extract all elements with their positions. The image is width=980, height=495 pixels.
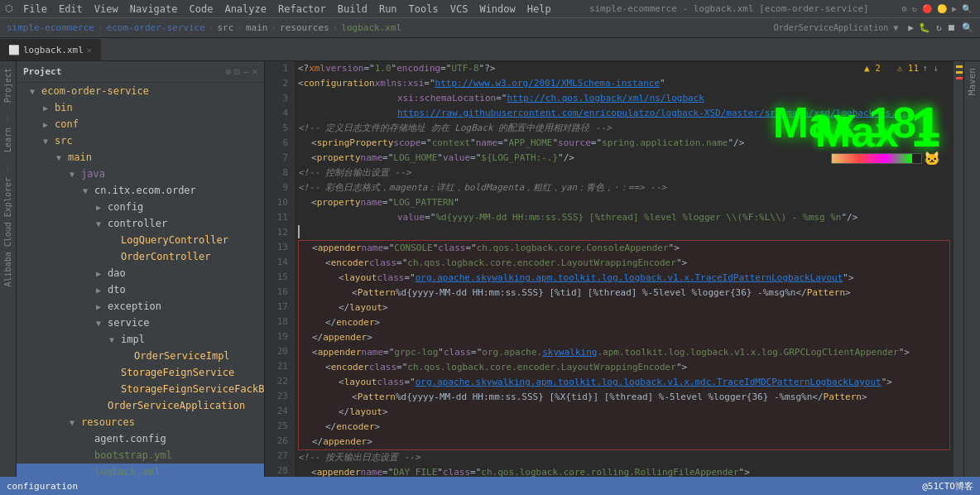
code-line-1: <?xml version="1.0" encoding="UTF-8"?> — [298, 61, 950, 76]
line-num-20: 20 — [268, 344, 288, 359]
code-line-16: <Pattern %d{yyyy-MM-dd HH:mm:ss.SSS} [%t… — [299, 286, 949, 300]
line-num-27: 27 — [268, 449, 288, 464]
tree-item-bin[interactable]: ▶ bin — [17, 99, 264, 116]
tree-item-bootstrap-yml[interactable]: bootstrap.yml — [17, 447, 264, 464]
breadcrumb-sep-1: › — [98, 22, 103, 33]
code-line-14: <encoder class="ch.qos.logback.core.enco… — [299, 256, 949, 271]
line-num-15: 15 — [268, 270, 288, 285]
code-line-26: </appender> — [299, 435, 949, 449]
menu-bar: ⬡ File Edit View Navigate Code Analyze R… — [0, 0, 980, 18]
menu-file[interactable]: File — [18, 2, 52, 17]
line-num-2: 2 — [268, 76, 288, 91]
tree-item-service[interactable]: ▼ service — [17, 315, 264, 331]
code-line-20: <appender name="grpc-log" class="org.apa… — [299, 345, 949, 360]
line-num-6: 6 — [268, 136, 288, 151]
line-num-28: 28 — [268, 464, 288, 477]
code-line-3: xsi:schemaLocation="http://ch.qos.logbac… — [298, 91, 950, 106]
tree-item-main[interactable]: ▼ main — [17, 149, 264, 166]
line-numbers: 1 2 3 4 5 6 7 8 9 10 11 12 13 14 15 16 1… — [265, 61, 295, 477]
code-line-11: value="%d{yyyy-MM-dd HH:mm:ss.SSS} [%thr… — [298, 210, 950, 225]
code-line-25: </encoder> — [299, 420, 949, 435]
code-line-4: https://raw.githubusercontent.com/enrico… — [298, 106, 950, 121]
menu-navigate[interactable]: Navigate — [125, 2, 183, 17]
line-num-3: 3 — [268, 91, 288, 106]
tree-item-resources[interactable]: ▼ resources — [17, 414, 264, 430]
code-line-22: <layout class="org.apache.skywalking.apm… — [299, 375, 949, 390]
menu-window[interactable]: Window — [474, 2, 520, 17]
menu-view[interactable]: View — [89, 2, 123, 17]
tree-item-dto[interactable]: ▶ dto — [17, 281, 264, 298]
code-line-24: </layout> — [299, 405, 949, 420]
toolbar-run-icons: ▶ 🐛 ↻ ⏹ 🔍 — [908, 22, 973, 33]
tree-item-controller[interactable]: ▼ controller — [17, 215, 264, 232]
menu-analyze[interactable]: Analyze — [219, 2, 271, 17]
menu-refactor[interactable]: Refactor — [273, 2, 331, 17]
tree-item-agent-config[interactable]: agent.config — [17, 430, 264, 447]
tab-xml-icon: ⬜ — [8, 45, 20, 55]
menu-tools[interactable]: Tools — [404, 2, 444, 17]
line-num-9: 9 — [268, 180, 288, 195]
code-line-2: <configuration xmlns:xsi="http://www.w3.… — [298, 76, 950, 91]
tree-item-impl[interactable]: ▼ impl — [17, 331, 264, 348]
menu-edit[interactable]: Edit — [54, 2, 88, 17]
code-editor[interactable]: <?xml version="1.0" encoding="UTF-8"?> <… — [295, 61, 954, 477]
menu-vcs[interactable]: VCS — [445, 2, 473, 17]
menu-code[interactable]: Code — [185, 2, 219, 17]
line-num-18: 18 — [268, 315, 288, 329]
code-line-18: </encoder> — [299, 315, 949, 330]
line-num-1: 1 — [268, 61, 288, 76]
tab-close-icon[interactable]: ✕ — [87, 46, 92, 55]
breadcrumb-main[interactable]: main — [246, 22, 268, 33]
breadcrumb-sep-4: › — [271, 22, 276, 33]
breadcrumb: simple-ecommerce › ecom-order-service › … — [0, 18, 980, 38]
breadcrumb-resources[interactable]: resources — [280, 22, 329, 33]
error-stripe — [954, 61, 963, 477]
breadcrumb-module[interactable]: ecom-order-service — [107, 22, 205, 33]
tree-item-dao[interactable]: ▶ dao — [17, 265, 264, 281]
tree-item-config[interactable]: ▶ config — [17, 199, 264, 215]
tree-item-storage-feign-service[interactable]: StorageFeignService — [17, 364, 264, 381]
line-num-7: 7 — [268, 151, 288, 166]
line-num-24: 24 — [268, 404, 288, 419]
tree-item-java[interactable]: ▼ java — [17, 166, 264, 182]
line-num-17: 17 — [268, 300, 288, 315]
code-line-13: <appender name="CONSOLE" class="ch.qos.l… — [299, 241, 949, 256]
tree-item-src[interactable]: ▼ src — [17, 132, 264, 149]
maven-label[interactable]: Maven — [965, 65, 979, 99]
code-line-21: <encoder class="ch.qos.logback.core.enco… — [299, 360, 949, 375]
tree-item-storage-feign-fackback[interactable]: StorageFeignServiceFackBack — [17, 381, 264, 397]
sidebar-close-icon[interactable]: ✕ — [252, 66, 257, 77]
line-num-13: 13 — [268, 240, 288, 255]
tree-item-exception[interactable]: ▶ exception — [17, 298, 264, 315]
breadcrumb-src[interactable]: src — [217, 22, 233, 33]
left-tab-learn[interactable]: Learn — [2, 124, 14, 156]
line-num-21: 21 — [268, 359, 288, 374]
left-tab-cloud[interactable]: Alibaba Cloud Explorer — [2, 174, 14, 290]
menu-help[interactable]: Help — [522, 2, 556, 17]
left-tabs: Project | Learn | Alibaba Cloud Explorer — [0, 61, 17, 477]
toolbar-icons: ⚙ ↻ 🔴 🟡 ▶ 🔍 — [902, 4, 972, 13]
tab-logback-xml[interactable]: ⬜ logback.xml ✕ — [0, 39, 101, 60]
breadcrumb-project[interactable]: simple-ecommerce — [7, 22, 94, 33]
sidebar-header: Project ⚙ ⊡ — ✕ — [17, 61, 264, 83]
tree-item-ecom-order-service[interactable]: ▼ ecom-order-service — [17, 83, 264, 99]
run-config[interactable]: OrderServiceApplication ▼ — [774, 23, 899, 32]
tree-item-order-controller[interactable]: OrderController — [17, 248, 264, 265]
left-tab-project[interactable]: Project — [2, 65, 14, 106]
tree-item-logback-xml[interactable]: logback.xml — [17, 464, 264, 477]
menu-run[interactable]: Run — [374, 2, 402, 17]
tree-item-package[interactable]: ▼ cn.itx.ecom.order — [17, 182, 264, 199]
status-left: configuration — [7, 481, 78, 492]
tree-item-conf[interactable]: ▶ conf — [17, 116, 264, 132]
sidebar-collapse-icon[interactable]: — — [243, 66, 249, 77]
menu-build[interactable]: Build — [333, 2, 372, 17]
tree-item-order-service-app[interactable]: OrderServiceApplication — [17, 397, 264, 414]
sidebar-gear-icon[interactable]: ⚙ — [226, 66, 232, 77]
sidebar-expand-icon[interactable]: ⊡ — [234, 66, 240, 77]
code-line-15: <layout class="org.apache.skywalking.apm… — [299, 271, 949, 286]
tab-label: logback.xml — [23, 45, 84, 55]
tree-item-order-service-impl[interactable]: OrderServiceImpl — [17, 348, 264, 364]
tree-item-log-query-controller[interactable]: LogQueryController — [17, 232, 264, 248]
code-line-27: <!-- 按天输出日志设置 --> — [298, 450, 950, 465]
code-line-12 — [298, 225, 950, 240]
